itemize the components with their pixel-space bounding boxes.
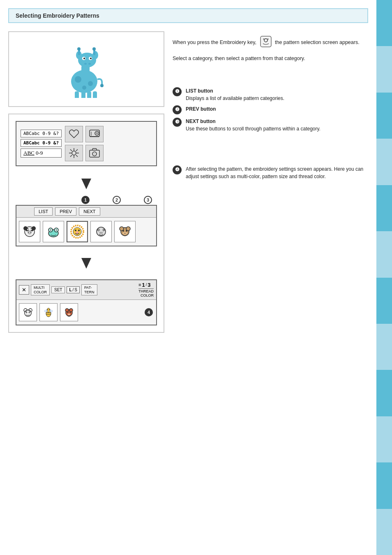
svg-point-73 bbox=[100, 232, 101, 233]
svg-point-58 bbox=[50, 230, 51, 231]
screen-1-icons bbox=[65, 126, 104, 161]
svg-point-47 bbox=[31, 230, 32, 230]
svg-point-15 bbox=[75, 76, 81, 83]
tab-8[interactable] bbox=[376, 324, 392, 370]
tab-6[interactable] bbox=[376, 231, 392, 277]
tab-5[interactable] bbox=[376, 185, 392, 231]
tab-2[interactable] bbox=[376, 46, 392, 92]
svg-point-50 bbox=[30, 232, 32, 233]
sewing-machine-icon bbox=[85, 126, 104, 142]
svg-point-14 bbox=[88, 63, 91, 65]
callout-3: ❸ NEXT button Use these buttons to scrol… bbox=[173, 118, 368, 132]
svg-point-52 bbox=[32, 226, 36, 230]
bear-outline-icon[interactable] bbox=[19, 303, 37, 321]
text-opt-3: ABC 0-9 bbox=[21, 149, 62, 158]
svg-point-95 bbox=[47, 309, 48, 310]
svg-point-101 bbox=[70, 312, 71, 313]
svg-point-102 bbox=[68, 313, 70, 315]
tab-7[interactable] bbox=[376, 278, 392, 324]
svg-point-94 bbox=[49, 310, 53, 312]
svg-point-24 bbox=[95, 131, 99, 135]
size-s[interactable]: S bbox=[74, 288, 77, 292]
main-content: Selecting Embroidery Patterns bbox=[0, 0, 376, 555]
arrow-1 bbox=[16, 171, 157, 196]
frog-icon[interactable] bbox=[43, 221, 64, 242]
list-button[interactable]: LIST bbox=[34, 207, 53, 216]
svg-point-46 bbox=[28, 230, 29, 230]
svg-point-17 bbox=[82, 86, 86, 90]
num-label-1: 1 bbox=[81, 196, 90, 204]
tab-1[interactable] bbox=[376, 0, 392, 46]
svg-point-11 bbox=[83, 58, 85, 59]
callouts-container: ❶ LIST button Displays a list of availab… bbox=[173, 87, 368, 180]
num-label-2: 2 bbox=[113, 196, 121, 204]
svg-point-106 bbox=[267, 38, 269, 40]
bear-icon[interactable] bbox=[114, 221, 136, 242]
squirrel-icon[interactable] bbox=[60, 303, 78, 321]
thread-color-info: ≡ 1 / 3 THREADCOLOR bbox=[138, 282, 154, 298]
raccoon-icon[interactable] bbox=[90, 221, 112, 242]
callout-2: ❷ PREV button bbox=[173, 105, 368, 114]
giraffe-illustration bbox=[62, 40, 111, 98]
pattern-button[interactable]: PAT-TERN bbox=[81, 284, 97, 296]
page-title: Selecting Embroidery Patterns bbox=[16, 12, 99, 19]
intro-paragraph: When you press the Embroidery key, the p… bbox=[173, 35, 368, 50]
svg-point-70 bbox=[99, 230, 100, 230]
svg-marker-40 bbox=[81, 179, 91, 189]
svg-point-25 bbox=[96, 132, 98, 134]
body-paragraph: Select a category, then select a pattern… bbox=[173, 54, 368, 63]
svg-rect-21 bbox=[93, 91, 97, 98]
callout-num-4: 4 bbox=[145, 308, 153, 316]
nav-number-labels: 1 2 3 bbox=[16, 196, 157, 204]
tab-9[interactable] bbox=[376, 370, 392, 416]
text-opt-2: ABCabc 0-9 &? bbox=[21, 139, 62, 147]
size-selector: L / S bbox=[67, 286, 80, 293]
svg-rect-20 bbox=[87, 91, 91, 98]
size-l[interactable]: L bbox=[69, 288, 71, 292]
callout-3-text: NEXT button Use these buttons to scroll … bbox=[186, 118, 321, 132]
svg-point-96 bbox=[49, 309, 50, 310]
text-opt-1: ABCabc 0-9 &? bbox=[21, 130, 62, 137]
cancel-icon[interactable]: ✕ bbox=[19, 285, 29, 295]
pattern-icons bbox=[16, 218, 156, 246]
nav-screen: LIST PREV NEXT bbox=[16, 205, 157, 246]
bee-icon[interactable] bbox=[39, 303, 58, 321]
arrow-2 bbox=[16, 251, 157, 275]
svg-point-59 bbox=[56, 230, 57, 231]
svg-point-13 bbox=[84, 63, 87, 65]
svg-point-28 bbox=[72, 151, 76, 155]
num-label-3: 3 bbox=[144, 196, 152, 204]
svg-rect-103 bbox=[261, 36, 271, 47]
bottom-bar: ✕ MULTICOLOR SET L / S PAT-TERN bbox=[16, 280, 156, 300]
svg-point-98 bbox=[65, 309, 69, 312]
svg-point-62 bbox=[75, 230, 76, 231]
multicolor-button[interactable]: MULTICOLOR bbox=[31, 284, 50, 296]
tab-4[interactable] bbox=[376, 139, 392, 185]
bottom-pattern-icons: 4 bbox=[16, 300, 156, 325]
left-column: ABCabc 0-9 &? ABCabc 0-9 &? ABC 0-9 bbox=[8, 31, 164, 333]
tab-12[interactable] bbox=[376, 509, 392, 555]
callout-2-num: ❷ bbox=[173, 105, 182, 114]
tab-3[interactable] bbox=[376, 93, 392, 139]
svg-point-99 bbox=[69, 309, 73, 312]
svg-point-39 bbox=[94, 153, 95, 155]
prev-button[interactable]: PREV bbox=[55, 207, 76, 216]
svg-point-78 bbox=[122, 230, 124, 232]
lion-icon[interactable] bbox=[67, 221, 88, 242]
svg-rect-18 bbox=[75, 91, 79, 98]
svg-point-105 bbox=[263, 38, 265, 40]
tab-11[interactable] bbox=[376, 462, 392, 509]
svg-point-49 bbox=[28, 232, 29, 233]
callout-4-marker: 4 bbox=[144, 308, 154, 316]
tab-10[interactable] bbox=[376, 416, 392, 462]
panda-icon[interactable] bbox=[19, 221, 40, 242]
callout-1-num: ❶ bbox=[173, 87, 182, 96]
nav-bar: LIST PREV NEXT bbox=[16, 206, 156, 218]
svg-point-71 bbox=[103, 230, 104, 230]
svg-point-93 bbox=[44, 310, 48, 312]
set-button[interactable]: SET bbox=[51, 286, 65, 293]
svg-point-88 bbox=[29, 312, 30, 313]
right-tabs bbox=[376, 0, 392, 555]
svg-line-36 bbox=[70, 155, 72, 157]
next-button[interactable]: NEXT bbox=[79, 207, 100, 216]
